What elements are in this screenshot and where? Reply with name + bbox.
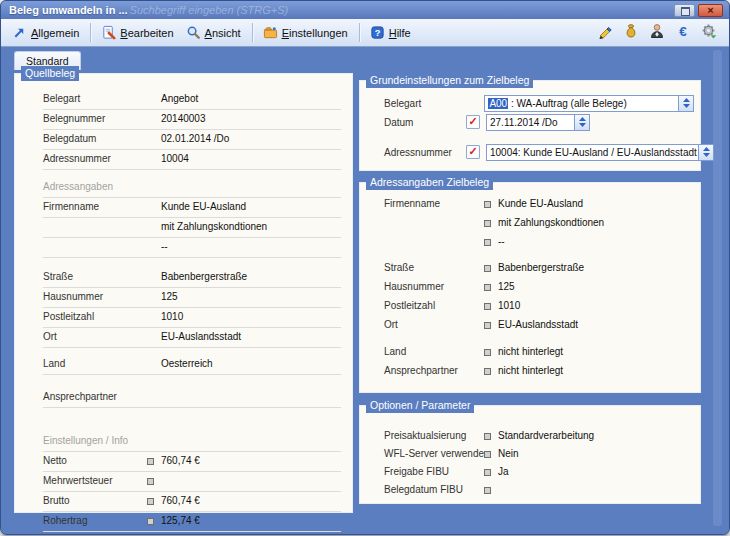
field-label: Freigabe FIBU — [384, 463, 484, 481]
field-row-belegdatum: Belegdatum 02.01.2014 /Do — [43, 130, 341, 150]
field-value: nicht hinterlegt — [498, 362, 563, 381]
field-label: Adressnummer — [43, 150, 161, 169]
bullet-icon — [484, 201, 491, 208]
field-row-ansprechpartner: Ansprechpartner — [43, 388, 341, 408]
titlebar-search-hint[interactable]: Suchbegriff eingeben (STRG+S) — [130, 4, 289, 16]
toolbar-button-label: Hilfe — [389, 27, 411, 39]
adressnummer-dropdown[interactable]: 10004: Kunde EU-Ausland / EU-Auslandssta… — [486, 144, 714, 161]
field-value: EU-Auslandsstadt — [161, 328, 241, 347]
field-label: Belegnummer — [43, 110, 161, 129]
toolbar-button-label: Allgemein — [31, 27, 79, 39]
field-label: Straße — [43, 268, 161, 287]
field-label: Postleitzahl — [43, 308, 161, 327]
bullet-icon — [484, 284, 491, 291]
field-value: 125 — [498, 278, 515, 297]
groupbox-optionen-parameter: Optionen / Parameter Preisaktualsierung … — [359, 405, 701, 504]
maximize-button[interactable] — [674, 4, 695, 17]
field-value: 125,74 € — [161, 512, 200, 531]
gear-icon[interactable] — [701, 23, 717, 43]
field-label: Ansprechpartner — [384, 362, 484, 381]
help-icon: ? — [370, 25, 385, 40]
field-row-strasse: Straße Babenbergerstraße — [43, 268, 341, 288]
datum-field[interactable]: 27.11.2014 /Do — [486, 114, 590, 131]
toolbar-button-bearbeiten[interactable]: Bearbeiten — [96, 23, 180, 42]
bullet-icon — [484, 239, 491, 246]
person-icon[interactable] — [649, 23, 665, 43]
datum-checkbox[interactable]: ✓ — [466, 115, 480, 129]
field-row-ziel-ansprechpartner: Ansprechpartner nicht hinterlegt — [384, 362, 692, 381]
field-label: Ort — [384, 316, 484, 335]
close-icon: × — [707, 4, 713, 16]
field-value: Nein — [498, 445, 519, 463]
field-row-ziel-ort: Ort EU-Auslandsstadt — [384, 316, 692, 335]
toolbar-separator — [252, 23, 254, 42]
field-row-netto: Netto 760,74 € — [43, 452, 341, 472]
field-label: Belegart — [43, 90, 161, 109]
spinner-button[interactable] — [574, 115, 589, 130]
field-row-belegnummer: Belegnummer 20140003 — [43, 110, 341, 130]
field-label: Datum — [384, 117, 466, 128]
field-row-wfl-server: WFL-Server verwenden Nein — [384, 445, 692, 463]
field-value: Kunde EU-Ausland — [161, 198, 246, 217]
arrow-ne-icon — [12, 25, 27, 40]
bullet-icon — [484, 451, 491, 458]
field-row-mehrwertsteuer: Mehrwertsteuer — [43, 472, 341, 492]
bullet-icon — [147, 518, 154, 525]
field-label: Adressnummer — [384, 147, 466, 158]
dropdown-value: 10004: Kunde EU-Ausland / EU-Auslandssta… — [487, 147, 698, 158]
field-value: 10004 — [161, 150, 189, 169]
field-value: mit Zahlungskondtionen — [498, 214, 604, 233]
field-row-ziel-firmenname3: -- — [384, 233, 692, 252]
field-row-preisaktualisierung: Preisaktualsierung Standardverarbeitung — [384, 427, 692, 445]
toolbar-button-label: Bearbeiten — [120, 27, 173, 39]
euro-icon[interactable]: € — [675, 23, 691, 43]
spinner-button[interactable] — [698, 145, 713, 160]
toolbar-separator — [90, 23, 92, 42]
bullet-icon — [484, 322, 491, 329]
toolbar-button-ansicht[interactable]: Ansicht — [181, 23, 248, 42]
field-row-ziel-adressnummer: Adressnummer ✓ 10004: Kunde EU-Ausland /… — [384, 143, 694, 161]
field-row-belegart: Belegart Angebot — [43, 90, 341, 110]
field-label: Belegart — [384, 98, 466, 109]
field-label — [384, 233, 484, 252]
toolbar: Allgemein Bearbeiten Ansicht Einstellung… — [1, 19, 729, 47]
field-value: EU-Auslandsstadt — [498, 316, 578, 335]
toolbar-button-allgemein[interactable]: Allgemein — [7, 23, 86, 42]
field-row-postleitzahl: Postleitzahl 1010 — [43, 308, 341, 328]
bullet-icon — [484, 220, 491, 227]
field-label: Postleitzahl — [384, 297, 484, 316]
groupbox-title: Quellbeleg — [21, 66, 79, 81]
field-label: Preisaktualsierung — [384, 427, 484, 445]
money-bag-icon[interactable] — [623, 23, 639, 43]
pen-icon[interactable] — [597, 23, 613, 43]
toolbar-button-einstellungen[interactable]: Einstellungen — [258, 23, 355, 42]
field-label: Hausnummer — [384, 278, 484, 297]
bullet-icon — [484, 368, 491, 375]
field-label: Rohertrag — [43, 512, 147, 531]
selected-code: A00 — [488, 98, 508, 109]
field-label: WFL-Server verwenden — [384, 445, 484, 463]
up-down-arrows-icon — [683, 98, 690, 108]
spinner-button[interactable] — [678, 96, 693, 111]
up-down-arrows-icon — [703, 147, 710, 157]
close-button[interactable]: × — [698, 4, 723, 17]
field-value: 760,74 € — [161, 492, 200, 511]
field-value: Kunde EU-Ausland — [498, 195, 583, 214]
field-value: nicht hinterlegt — [498, 343, 563, 362]
toolbar-button-hilfe[interactable]: ? Hilfe — [365, 23, 418, 42]
date-value: 27.11.2014 /Do — [487, 117, 574, 128]
field-label: Land — [43, 355, 161, 374]
field-value: -- — [498, 233, 505, 252]
checkmark-icon: ✓ — [468, 145, 477, 157]
adressnummer-checkbox[interactable]: ✓ — [466, 145, 480, 159]
toolbar-right-actions: € — [597, 23, 723, 43]
field-value: Oesterreich — [161, 355, 213, 374]
up-down-arrows-icon — [579, 117, 586, 127]
toolbar-button-label: Ansicht — [205, 27, 241, 39]
main-content: Standard Quellbeleg Belegart Angebot Bel… — [1, 47, 729, 534]
checkmark-icon: ✓ — [468, 115, 477, 127]
field-row-ort: Ort EU-Auslandsstadt — [43, 328, 341, 348]
field-row-freigabe-fibu: Freigabe FIBU Ja — [384, 463, 692, 481]
field-label: Firmenname — [384, 195, 484, 214]
belegart-dropdown[interactable]: A00 : WA-Auftrag (alle Belege) — [484, 95, 694, 112]
